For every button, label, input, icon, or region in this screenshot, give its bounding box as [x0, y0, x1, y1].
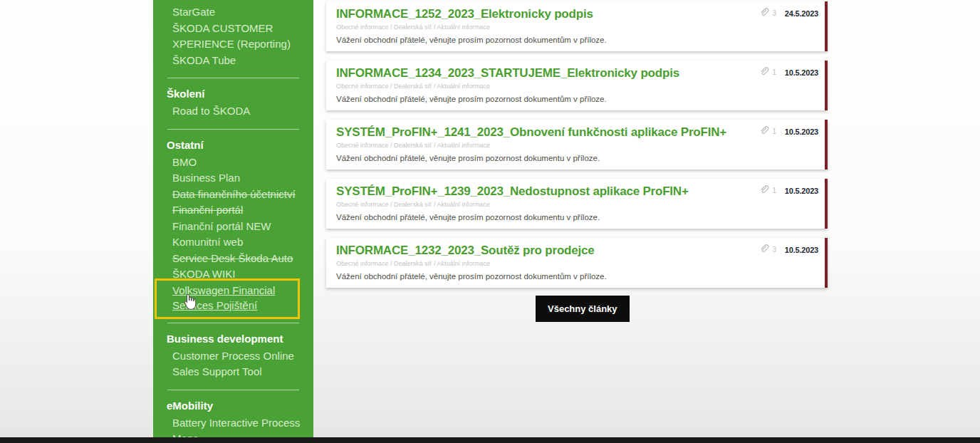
sidebar-item-label: Finanční portál	[172, 204, 243, 216]
sidebar-item-stargate[interactable]: StarGate	[153, 4, 313, 21]
article-title[interactable]: SYSTÉM_ProFIN+_1239_2023_Nedostupnost ap…	[336, 184, 760, 199]
sidebar-item-sales-support-tool[interactable]: Sales Support Tool	[153, 364, 313, 380]
article-card[interactable]: INFORMACE_1252_2023_Elektronicky podpisO…	[326, 1, 828, 51]
attachment-count: 3	[772, 246, 776, 254]
article-title[interactable]: INFORMACE_1232_2023_Soutěž pro prodejce	[336, 244, 760, 258]
card-accent-stripe	[825, 179, 828, 229]
article-date: 24.5.2023	[785, 9, 818, 18]
attachment-count: 1	[772, 127, 776, 135]
sidebar-item-volkswagen-financial-services-pojisteni[interactable]: Volkswagen Financial Services Pojištění	[153, 283, 293, 313]
all-articles-button[interactable]: Všechny články	[536, 296, 630, 322]
sidebar-item-skoda-customer[interactable]: ŠKODA CUSTOMER	[153, 21, 313, 37]
sidebar-item-data-financniho-ucetnictvi[interactable]: Data finančního účetnictví	[153, 187, 313, 203]
sidebar-item-label: Customer Process Online	[172, 350, 294, 362]
article-card[interactable]: INFORMACE_1234_2023_STARTUJEME_Elektroni…	[326, 61, 828, 110]
article-breadcrumb: Obecné informace / Dealerská síť / Aktuá…	[336, 201, 760, 208]
attachment-indicator: 3	[759, 244, 776, 254]
article-breadcrumb: Obecné informace / Dealerská síť / Aktuá…	[336, 142, 760, 149]
attachment-count: 1	[772, 68, 776, 76]
paperclip-icon	[759, 185, 769, 195]
article-excerpt: Vážení obchodní přátelé, věnujte prosím …	[336, 95, 760, 103]
sidebar-item-battery-interactive-process[interactable]: Battery Interactive Process	[153, 415, 313, 432]
sidebar-item-label: ŠKODA CUSTOMER	[172, 22, 273, 34]
sidebar-item-label: Sales Support Tool	[172, 365, 262, 377]
sidebar-item-skoda-tube[interactable]: ŠKODA Tube	[153, 53, 313, 69]
article-date: 10.5.2023	[785, 68, 818, 77]
article-card[interactable]: INFORMACE_1232_2023_Soutěž pro prodejceO…	[326, 238, 828, 288]
article-breadcrumb: Obecné informace / Dealerská síť / Aktuá…	[336, 24, 760, 31]
sidebar-section-title-skoleni: Školení	[153, 87, 313, 101]
article-title[interactable]: INFORMACE_1252_2023_Elektronicky podpis	[336, 7, 760, 21]
article-card[interactable]: SYSTÉM_ProFIN+_1239_2023_Nedostupnost ap…	[326, 179, 828, 229]
sidebar-divider	[167, 129, 299, 130]
sidebar-item-financni-portal-new[interactable]: Finanční portál NEW	[153, 219, 313, 235]
article-title[interactable]: SYSTÉM_ProFIN+_1241_2023_Obnovení funkčn…	[336, 125, 760, 140]
sidebar-item-komunitni-web[interactable]: Komunitní web	[153, 234, 313, 251]
paperclip-icon	[759, 244, 769, 254]
bottom-bar	[0, 437, 980, 443]
sidebar-item-label: BMO	[172, 156, 197, 168]
sidebar-divider	[167, 390, 299, 390]
card-accent-stripe	[825, 1, 828, 51]
article-excerpt: Vážení obchodní přátelé, věnujte prosím …	[336, 154, 760, 162]
sidebar-item-customer-process-online[interactable]: Customer Process Online	[153, 348, 313, 365]
article-excerpt: Vážení obchodní přátelé, věnujte prosím …	[336, 36, 760, 44]
attachment-indicator: 1	[759, 126, 776, 136]
sidebar-section-title-emobility: eMobility	[153, 399, 313, 413]
attachment-indicator: 3	[759, 8, 776, 18]
sidebar-item-label: Volkswagen Financial Services Pojištění	[172, 284, 275, 312]
sidebar-section-title-business-development: Business development	[153, 332, 313, 346]
sidebar-item-bmo[interactable]: BMO	[153, 155, 313, 171]
sidebar-item-label: XPERIENCE (Reporting)	[172, 38, 291, 50]
sidebar-divider	[167, 78, 299, 78]
article-card[interactable]: SYSTÉM_ProFIN+_1241_2023_Obnovení funkčn…	[326, 120, 828, 170]
sidebar-item-label: Battery Interactive Process	[172, 417, 300, 429]
sidebar-divider	[167, 323, 299, 323]
card-accent-stripe	[825, 61, 828, 110]
article-excerpt: Vážení obchodní přátelé, věnujte prosím …	[336, 213, 760, 222]
article-breadcrumb: Obecné informace / Dealerská síť / Aktuá…	[336, 83, 760, 90]
sidebar-item-label: ŠKODA WIKI	[172, 268, 235, 280]
sidebar-item-skoda-wiki[interactable]: ŠKODA WIKI	[153, 266, 313, 283]
attachment-indicator: 1	[759, 67, 776, 77]
article-date: 10.5.2023	[785, 187, 818, 195]
sidebar-item-label: StarGate	[172, 6, 215, 18]
sidebar-item-business-plan[interactable]: Business Plan	[153, 170, 313, 187]
sidebar-item-financni-portal[interactable]: Finanční portál	[153, 202, 313, 219]
paperclip-icon	[759, 126, 769, 136]
article-date: 10.5.2023	[785, 246, 818, 254]
attachment-count: 3	[772, 9, 776, 17]
article-date: 10.5.2023	[785, 127, 818, 136]
card-accent-stripe	[825, 120, 828, 170]
sidebar-item-label: Data finančního účetnictví	[172, 188, 296, 200]
sidebar-item-label: ŠKODA Tube	[172, 54, 236, 66]
sidebar-section-title-ostatni: Ostatní	[153, 138, 313, 152]
sidebar-item-xperience-reporting[interactable]: XPERIENCE (Reporting)	[153, 36, 313, 53]
sidebar-item-label: Komunitní web	[172, 236, 243, 248]
article-title[interactable]: INFORMACE_1234_2023_STARTUJEME_Elektroni…	[336, 66, 760, 80]
sidebar-item-label: Business Plan	[172, 172, 240, 184]
sidebar: StarGateŠKODA CUSTOMERXPERIENCE (Reporti…	[153, 0, 313, 437]
sidebar-item-label: Finanční portál NEW	[172, 220, 271, 232]
sidebar-item-label: Road to ŠKODA	[172, 105, 250, 117]
paperclip-icon	[759, 8, 769, 18]
article-excerpt: Vážení obchodní přátelé, věnujte prosím …	[336, 272, 760, 281]
paperclip-icon	[759, 67, 769, 77]
attachment-count: 1	[772, 187, 776, 194]
attachment-indicator: 1	[759, 185, 776, 195]
sidebar-item-road-to-skoda[interactable]: Road to ŠKODA	[153, 103, 313, 120]
article-breadcrumb: Obecné informace / Dealerská síť / Aktuá…	[336, 260, 760, 267]
card-accent-stripe	[825, 238, 828, 288]
sidebar-item-label: Service Desk Škoda Auto	[172, 252, 293, 264]
article-list: INFORMACE_1252_2023_Elektronicky podpisO…	[326, 1, 828, 297]
sidebar-item-service-desk-skoda-auto[interactable]: Service Desk Škoda Auto	[153, 251, 313, 267]
